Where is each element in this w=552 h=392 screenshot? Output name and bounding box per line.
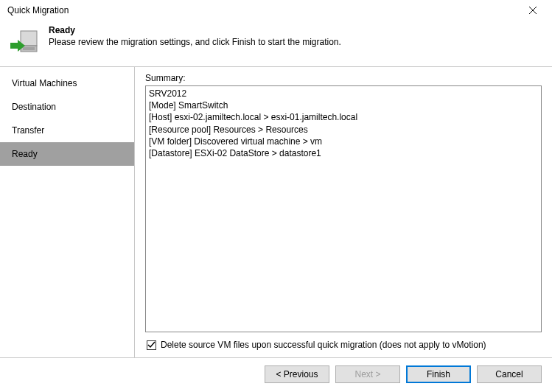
finish-button[interactable]: Finish [406, 365, 471, 383]
window-title: Quick Migration [7, 5, 69, 15]
delete-source-checkbox[interactable] [147, 340, 156, 350]
summary-textarea[interactable]: SRV2012 [Mode] SmartSwitch [Host] esxi-0… [145, 85, 542, 332]
delete-source-checkbox-label: Delete source VM files upon successful q… [161, 340, 486, 350]
header-text: Ready Please review the migration settin… [49, 25, 341, 47]
delete-source-checkbox-row: Delete source VM files upon successful q… [145, 332, 542, 353]
close-icon [529, 7, 537, 14]
migration-icon [10, 28, 40, 57]
sidebar: Virtual Machines Destination Transfer Re… [0, 67, 134, 357]
nav-item-ready[interactable]: Ready [0, 142, 134, 166]
close-button[interactable] [517, 0, 549, 21]
checkmark-icon [147, 341, 156, 349]
body: Virtual Machines Destination Transfer Re… [0, 67, 552, 357]
previous-button[interactable]: < Previous [265, 365, 329, 383]
header-subtitle: Please review the migration settings, an… [49, 37, 341, 47]
nav-item-destination[interactable]: Destination [0, 95, 134, 119]
wizard-window: Quick Migration Ready Please review the … [0, 0, 552, 392]
footer: < Previous Next > Finish Cancel [0, 358, 552, 392]
svg-rect-2 [21, 31, 37, 46]
main-panel: Summary: SRV2012 [Mode] SmartSwitch [Hos… [135, 67, 552, 357]
header: Ready Please review the migration settin… [0, 21, 552, 66]
next-button: Next > [335, 365, 400, 383]
titlebar: Quick Migration [0, 0, 552, 21]
cancel-button[interactable]: Cancel [477, 365, 542, 383]
nav-item-transfer[interactable]: Transfer [0, 119, 134, 142]
nav-item-virtual-machines[interactable]: Virtual Machines [0, 71, 134, 95]
header-title: Ready [49, 25, 341, 35]
summary-label: Summary: [145, 73, 542, 83]
